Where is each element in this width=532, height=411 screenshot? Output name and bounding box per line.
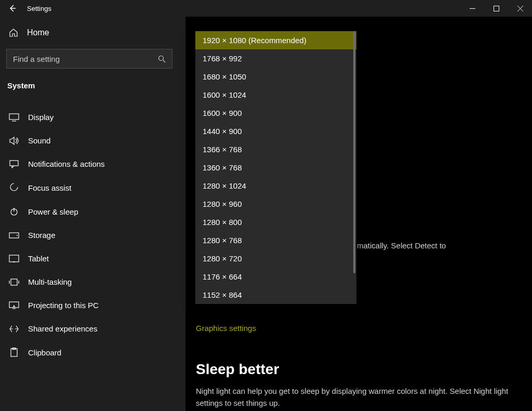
sidebar-item-label: Projecting to this PC: [28, 301, 99, 310]
minimize-button[interactable]: [460, 0, 484, 17]
close-icon: [517, 6, 523, 11]
svg-point-1: [159, 56, 164, 60]
home-icon: [8, 28, 19, 37]
sidebar-item-power[interactable]: Power & sleep: [6, 200, 185, 223]
resolution-option[interactable]: 1366 × 768: [195, 140, 356, 158]
titlebar: Settings: [0, 0, 532, 17]
maximize-button[interactable]: [484, 0, 508, 17]
sidebar-item-label: Sound: [28, 136, 50, 145]
sidebar-item-label: Focus assist: [28, 183, 71, 192]
search-icon: [158, 55, 166, 63]
minimize-icon: [470, 6, 475, 11]
window-title: Settings: [25, 5, 51, 12]
sidebar-item-sound[interactable]: Sound: [6, 129, 185, 152]
sidebar-item-label: Display: [28, 113, 54, 122]
resolution-option[interactable]: 1280 × 1024: [195, 177, 356, 195]
svg-rect-3: [10, 161, 18, 166]
sidebar-item-label: Storage: [28, 231, 56, 240]
sidebar-item-focus-assist[interactable]: Focus assist: [6, 176, 185, 200]
sidebar-item-tablet[interactable]: Tablet: [6, 247, 185, 270]
sidebar-item-clipboard[interactable]: Clipboard: [6, 340, 185, 364]
sidebar-item-storage[interactable]: Storage: [6, 223, 185, 247]
close-button[interactable]: [508, 0, 532, 17]
resolution-option[interactable]: 1152 × 864: [195, 286, 356, 304]
svg-rect-2: [9, 114, 19, 120]
home-nav[interactable]: Home: [6, 22, 185, 49]
resolution-option[interactable]: 1440 × 900: [195, 122, 356, 140]
home-label: Home: [27, 28, 49, 37]
resolution-option[interactable]: 1600 × 900: [195, 104, 356, 122]
sidebar-category: System: [6, 81, 185, 90]
sidebar-item-label: Power & sleep: [28, 207, 78, 216]
svg-rect-10: [11, 349, 17, 356]
arrow-left-icon: [8, 4, 17, 12]
svg-point-6: [17, 235, 18, 236]
resolution-option[interactable]: 1920 × 1080 (Recommended): [195, 31, 356, 49]
detect-text-tail: matically. Select Detect to: [357, 240, 446, 252]
sleep-better-title: Sleep better: [196, 361, 522, 378]
resolution-option[interactable]: 1360 × 768: [195, 158, 356, 177]
sound-icon: [8, 137, 20, 145]
window-controls: [460, 0, 532, 17]
resolution-option[interactable]: 1176 × 664: [195, 268, 356, 286]
resolution-option[interactable]: 1600 × 1024: [195, 86, 356, 104]
sidebar-item-projecting[interactable]: Projecting to this PC: [6, 294, 185, 317]
sidebar: Home Find a setting System Display Sound…: [0, 17, 185, 411]
focus-assist-icon: [8, 183, 20, 192]
svg-rect-8: [11, 279, 17, 285]
tablet-icon: [8, 255, 20, 263]
sidebar-item-multitasking[interactable]: Multi-tasking: [6, 270, 185, 294]
search-placeholder: Find a setting: [13, 55, 60, 63]
sidebar-item-shared[interactable]: Shared experiences: [6, 317, 185, 340]
sidebar-item-label: Notifications & actions: [28, 160, 105, 168]
resolution-option[interactable]: 1680 × 1050: [195, 68, 356, 86]
shared-icon: [8, 325, 20, 333]
clipboard-icon: [8, 348, 20, 357]
display-icon: [8, 113, 20, 122]
sidebar-item-notifications[interactable]: Notifications & actions: [6, 152, 185, 176]
resolution-option[interactable]: 1768 × 992: [195, 49, 356, 68]
back-button[interactable]: [0, 4, 25, 12]
sidebar-item-label: Multi-tasking: [28, 277, 72, 286]
notifications-icon: [8, 160, 20, 168]
resolution-option[interactable]: 1280 × 768: [195, 231, 356, 249]
resolution-option[interactable]: 1280 × 960: [195, 195, 356, 213]
multitasking-icon: [8, 279, 20, 286]
power-icon: [8, 207, 20, 216]
resolution-option[interactable]: 1280 × 800: [195, 213, 356, 231]
dropdown-scrollbar[interactable]: [353, 31, 355, 273]
projecting-icon: [8, 301, 20, 310]
resolution-option[interactable]: 1280 × 720: [195, 249, 356, 268]
sidebar-item-display[interactable]: Display: [6, 105, 185, 129]
sidebar-item-label: Clipboard: [28, 348, 61, 357]
sleep-better-body: Night light can help you get to sleep by…: [196, 385, 522, 409]
sidebar-item-label: Shared experiences: [28, 324, 97, 333]
search-input[interactable]: Find a setting: [6, 49, 172, 69]
storage-icon: [8, 232, 20, 238]
svg-rect-9: [9, 302, 19, 308]
svg-rect-0: [494, 6, 499, 11]
maximize-icon: [494, 6, 499, 11]
graphics-settings-link[interactable]: Graphics settings: [196, 324, 256, 333]
resolution-dropdown[interactable]: 1920 × 1080 (Recommended) 1768 × 992 168…: [195, 31, 356, 304]
svg-rect-7: [9, 255, 19, 262]
sidebar-item-label: Tablet: [28, 254, 49, 263]
